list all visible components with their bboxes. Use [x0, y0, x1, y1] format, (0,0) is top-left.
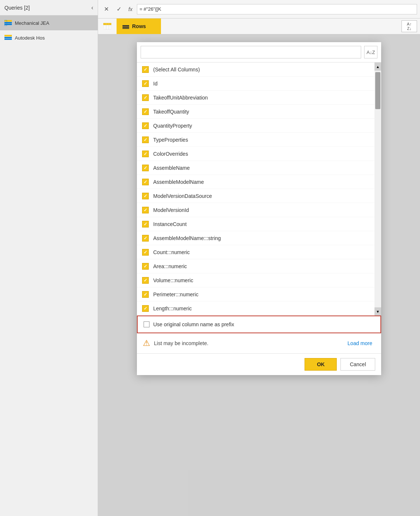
- dialog-buttons: OK Cancel: [137, 353, 381, 375]
- checkbox-item-takeoff-qty[interactable]: TakeoffQuantity: [137, 105, 381, 119]
- checkbox-assemble-model-string[interactable]: [142, 235, 149, 242]
- checkbox-length-numeric-label: Length:::numeric: [153, 306, 192, 311]
- checkbox-item-assemble-model-name[interactable]: AssembleModelName: [137, 175, 381, 189]
- checkbox-item-assemble-model-string[interactable]: AssembleModelName:::string: [137, 231, 381, 245]
- checkbox-item-model-version-ds[interactable]: ModelVersionDataSource: [137, 189, 381, 203]
- checkbox-item-count-numeric[interactable]: Count:::numeric: [137, 245, 381, 259]
- checkbox-volume-numeric-label: Volume:::numeric: [153, 277, 193, 283]
- column-checkbox-list[interactable]: (Select All Columns) Id TakeoffUnitAbbre…: [137, 63, 381, 316]
- checkbox-takeoff-unit[interactable]: [142, 94, 149, 101]
- checkbox-select-all-label: (Select All Columns): [153, 67, 200, 72]
- scrollbar-thumb[interactable]: [375, 72, 380, 109]
- tab-rows-label: Rows: [132, 23, 146, 29]
- checkbox-instance-count[interactable]: [142, 221, 149, 227]
- warning-icon: ⚠: [143, 338, 150, 348]
- prefix-row[interactable]: Use original column name as prefix: [137, 316, 381, 333]
- checkbox-type-props[interactable]: [142, 136, 149, 143]
- query-item-autodesk[interactable]: Autodesk Hos: [0, 30, 98, 45]
- checkbox-count-numeric[interactable]: [142, 249, 149, 256]
- checkbox-model-version-id[interactable]: [142, 207, 149, 213]
- checkbox-item-perimeter-numeric[interactable]: Perimeter:::numeric: [137, 287, 381, 301]
- checkbox-type-props-label: TypeProperties: [153, 137, 188, 143]
- svg-rect-5: [4, 37, 12, 38]
- checkbox-instance-count-label: InstanceCount: [153, 221, 187, 227]
- prefix-label: Use original column name as prefix: [153, 321, 234, 327]
- checkbox-perimeter-numeric[interactable]: [142, 291, 149, 298]
- queries-title: Queries [2]: [4, 5, 30, 11]
- ok-button[interactable]: OK: [305, 358, 337, 371]
- tab-bar: Rows A↑Z↓: [98, 18, 420, 35]
- svg-rect-14: [122, 27, 129, 28]
- checkbox-area-numeric-label: Area:::numeric: [153, 263, 187, 269]
- collapse-icon[interactable]: ‹: [91, 4, 93, 11]
- scrollbar-down-btn[interactable]: ▼: [374, 307, 381, 316]
- checkbox-item-qty-property[interactable]: QuantityProperty: [137, 119, 381, 133]
- checkbox-qty-property[interactable]: [142, 122, 149, 129]
- checkbox-model-version-id-label: ModelVersionId: [153, 207, 189, 213]
- checkbox-model-version-ds[interactable]: [142, 193, 149, 199]
- sort-az-icon: A↓Z: [366, 50, 375, 55]
- dialog-overlay: A↓Z (Select All Columns) Id TakeoffUnitA…: [98, 35, 420, 516]
- queries-panel: Queries [2] ‹ Mechanical JEA Autodesk Ho…: [0, 0, 98, 516]
- checkbox-item-id[interactable]: Id: [137, 77, 381, 91]
- svg-rect-4: [4, 35, 12, 36]
- checkbox-count-numeric-label: Count:::numeric: [153, 249, 190, 255]
- checkbox-takeoff-qty[interactable]: [142, 108, 149, 115]
- scrollbar-up-btn[interactable]: ▲: [374, 63, 381, 71]
- checkbox-model-version-ds-label: ModelVersionDataSource: [153, 193, 212, 199]
- query-table-icon: [4, 20, 12, 26]
- checkbox-area-numeric[interactable]: [142, 263, 149, 270]
- checkbox-item-volume-numeric[interactable]: Volume:::numeric: [137, 273, 381, 287]
- column-sort-btn[interactable]: A↓Z: [364, 46, 377, 58]
- queries-header: Queries [2] ‹: [0, 0, 98, 16]
- checkbox-volume-numeric[interactable]: [142, 277, 149, 284]
- rows-icon: [122, 24, 129, 29]
- checkbox-item-color-overrides[interactable]: ColorOverrides: [137, 147, 381, 161]
- checkbox-assemble-name-label: AssembleName: [153, 165, 190, 171]
- checkbox-item-takeoff-unit[interactable]: TakeoffUnitAbbreviation: [137, 91, 381, 105]
- query-item-mechanical[interactable]: Mechanical JEA: [0, 16, 98, 30]
- svg-rect-13: [122, 25, 129, 26]
- warning-text: List may be incomplete.: [154, 340, 341, 346]
- svg-rect-0: [4, 20, 12, 21]
- checkbox-item-area-numeric[interactable]: Area:::numeric: [137, 259, 381, 273]
- query-mechanical-label: Mechanical JEA: [15, 20, 49, 26]
- checkbox-assemble-name[interactable]: [142, 165, 149, 171]
- tab-rows[interactable]: Rows: [117, 18, 161, 34]
- tab-table-icon-btn[interactable]: [98, 18, 117, 34]
- checkbox-id[interactable]: [142, 80, 149, 87]
- checkbox-item-length-numeric[interactable]: Length:::numeric: [137, 301, 381, 316]
- checkbox-item-instance-count[interactable]: InstanceCount: [137, 217, 381, 231]
- formula-input[interactable]: [137, 4, 417, 14]
- prefix-checkbox[interactable]: [144, 321, 149, 327]
- checkbox-id-label: Id: [153, 81, 158, 87]
- checkbox-item-type-props[interactable]: TypeProperties: [137, 133, 381, 147]
- checkbox-select-all[interactable]: [142, 66, 149, 73]
- checkbox-color-overrides[interactable]: [142, 151, 149, 157]
- query-autodesk-label: Autodesk Hos: [15, 35, 45, 41]
- table-grid-icon: [103, 23, 111, 30]
- checkbox-item-assemble-name[interactable]: AssembleName: [137, 161, 381, 175]
- tab-sort-az-btn[interactable]: A↑Z↓: [401, 20, 417, 32]
- svg-rect-8: [103, 25, 111, 27]
- column-search-input[interactable]: [141, 46, 361, 58]
- checkbox-item-select-all[interactable]: (Select All Columns): [137, 63, 381, 77]
- checkbox-item-model-version-id[interactable]: ModelVersionId: [137, 203, 381, 217]
- checkbox-takeoff-unit-label: TakeoffUnitAbbreviation: [153, 95, 208, 101]
- formula-confirm-btn[interactable]: ✓: [114, 4, 124, 14]
- formula-bar: ✕ ✓ fx: [98, 0, 420, 18]
- query-table-icon-2: [4, 35, 12, 41]
- checkbox-length-numeric[interactable]: [142, 305, 149, 312]
- formula-cancel-btn[interactable]: ✕: [101, 4, 111, 14]
- svg-rect-6: [4, 38, 12, 40]
- cancel-button[interactable]: Cancel: [340, 358, 375, 371]
- checkbox-qty-property-label: QuantityProperty: [153, 123, 192, 129]
- svg-rect-12: [122, 24, 129, 25]
- load-more-btn[interactable]: Load more: [345, 340, 375, 346]
- checkbox-color-overrides-label: ColorOverrides: [153, 151, 188, 157]
- scrollbar-track: ▲ ▼: [374, 63, 381, 316]
- checkbox-assemble-model-string-label: AssembleModelName:::string: [153, 235, 221, 241]
- dialog-search-row: A↓Z: [137, 42, 381, 63]
- checkbox-assemble-model-name[interactable]: [142, 179, 149, 185]
- svg-rect-1: [4, 22, 12, 23]
